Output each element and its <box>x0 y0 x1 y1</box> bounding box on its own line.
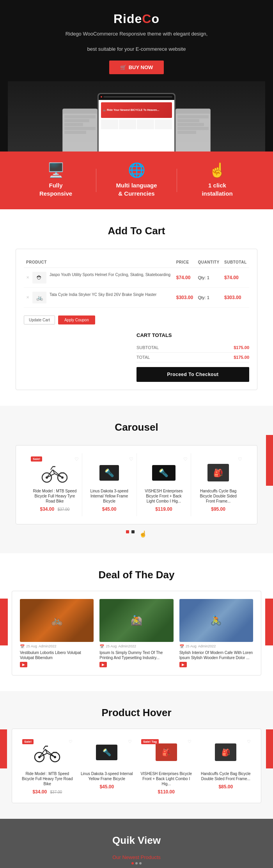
add-to-cart-title: Add To Cart <box>12 225 261 237</box>
deal-date-0: 25 Aug <box>26 644 37 648</box>
ph-red-left <box>0 729 7 768</box>
carousel-price-2: $119.00 <box>142 505 186 512</box>
feature-one-click: ☝️ 1 clickinstallation <box>177 163 257 198</box>
wishlist-icon-3[interactable]: ♡ <box>238 456 242 462</box>
cart-box: PRODUCT PRICE QUANTITY SUBTOTAL ✕ ⛑ Jasp… <box>16 249 257 390</box>
qv-dot-1[interactable] <box>131 862 134 864</box>
bike-svg-0 <box>39 462 70 483</box>
product-card-2: Sale! Tag ♡ 🎒 VISHESH Enterprises Bicycl… <box>139 737 194 795</box>
update-cart-button[interactable]: Update Cart <box>24 315 55 324</box>
light-img-2: 🔦 <box>152 465 176 481</box>
carousel-finger-icon[interactable]: ☝️ <box>139 530 147 538</box>
deal-name-2: Stylish Interior Of Modern Cafe With Lor… <box>179 650 253 660</box>
carousel-item-0: Sale! ♡ Ride Model : MTB <box>28 453 82 516</box>
product-wish-0[interactable]: ♡ <box>69 739 73 744</box>
carousel-item-1: ♡ 🔦 Linus Dakota 3-speed Internal Yellow… <box>82 453 137 516</box>
cart-table: PRODUCT PRICE QUANTITY SUBTOTAL ✕ ⛑ Jasp… <box>24 257 249 308</box>
deal-card-2: 🚴 📅 25 Aug Admin2022 Stylish Interior Of… <box>179 599 253 667</box>
qv-dot-3[interactable] <box>139 862 142 864</box>
deal-img-1: 🚵 <box>99 599 173 642</box>
carousel-item-name-1: Linus Dakota 3-speed Internal Yellow Fra… <box>87 488 132 504</box>
cart-icon: 🛒 <box>120 64 126 70</box>
language-icon: 🌐 <box>96 163 177 177</box>
remove-item-2[interactable]: ✕ <box>26 295 29 299</box>
product-price-0: $34.00 <box>32 789 47 795</box>
product-badge-0: Sale! <box>22 739 34 744</box>
product-subtotal-1: $74.00 <box>222 267 249 287</box>
product-img-3: 🎒 <box>199 737 254 768</box>
deal-card-0: 🚲 📅 25 Aug Admin2022 Vestibulum Lobortis… <box>20 599 94 667</box>
deal-author-0: Admin2022 <box>39 644 57 648</box>
product-name-0: Ride Model : MTB Speed Bicycle Full Heav… <box>20 771 75 786</box>
product-name-1: Jaspo Youth Utility Sports Helmet For Cy… <box>50 272 170 282</box>
red-accent-right <box>266 435 273 486</box>
add-to-cart-section: Add To Cart PRODUCT PRICE QUANTITY SUBTO… <box>0 209 273 406</box>
side-screen-left <box>62 109 98 151</box>
deal-date-2: 25 Aug <box>186 644 197 648</box>
product-card-1: ♡ 🔦 Linus Dakota 3-speed Internal Yellow… <box>80 737 135 795</box>
ph-red-right <box>266 729 273 768</box>
deal-meta-0: 📅 25 Aug Admin2022 <box>20 644 94 649</box>
newest-label: Our Newest Products <box>0 854 273 860</box>
feature-fully-responsive: 🖥️ FullyResponsive <box>16 163 96 198</box>
product-name-3: Handcuffs Cycle Bag Bicycle Double Sided… <box>199 771 254 781</box>
product-old-price-0: $37.00 <box>50 790 62 794</box>
sale-badge-0: Sale! <box>31 456 42 462</box>
light-img-1: 🔦 <box>99 465 119 481</box>
carousel-item-3: ♡ 🎒 Handcuffs Cycle Bag Bicycle Double S… <box>191 453 245 516</box>
hero-mockup: 🚲 Ride Your Newest BICYCLE To Heaven... <box>8 81 265 151</box>
deal-read-more-1: ▶ Read More <box>99 662 173 667</box>
carousel-dot-2[interactable] <box>131 530 135 533</box>
total-row: TOTAL $175.00 <box>136 353 249 362</box>
bag-img-ph-2: 🎒 <box>156 743 177 761</box>
subtotal-value: $175.00 <box>234 345 249 350</box>
product-name-2: VISHESH Enterprises Bicycle Front + Back… <box>139 771 194 786</box>
quickview-title: Quik View <box>0 834 273 847</box>
carousel-item-name-3: Handcuffs Cycle Bag Bicycle Double Sided… <box>196 488 241 504</box>
product-wish-1[interactable]: ♡ <box>128 739 132 744</box>
features-section: 🖥️ FullyResponsive 🌐 Multi language& Cur… <box>0 151 273 209</box>
carousel-dot-1[interactable] <box>126 530 129 533</box>
carousel-price-0: $34.00 $37.00 <box>32 505 77 512</box>
apply-coupon-button[interactable]: Apply Coupon <box>58 315 95 324</box>
product-price-2: $303.00 <box>174 287 196 307</box>
product-card-3: ♡ 🎒 Handcuffs Cycle Bag Bicycle Double S… <box>199 737 254 795</box>
calendar-icon-0: 📅 <box>20 644 25 649</box>
carousel-price-val-0: $34.00 <box>40 506 55 512</box>
svg-line-9 <box>51 467 53 470</box>
read-more-btn-1[interactable]: ▶ <box>99 662 107 667</box>
cart-totals-title: CART TOTALS <box>136 332 249 338</box>
subtotal-label: SUBTOTAL <box>136 345 159 350</box>
read-more-label-0: Read More <box>29 662 48 667</box>
product-price-3: $85.00 <box>218 784 233 790</box>
wishlist-icon-2[interactable]: ♡ <box>183 456 188 462</box>
remove-item-1[interactable]: ✕ <box>26 275 29 280</box>
carousel-price-val-1: $45.00 <box>102 506 117 512</box>
svg-line-21 <box>43 746 45 749</box>
product-grid: Sale! ♡ Ride Model : MTB <box>12 729 261 803</box>
red-accent-right <box>265 599 273 645</box>
buy-now-button[interactable]: 🛒 BUY NOW <box>109 61 164 74</box>
deal-read-more-2: ▶ Read More <box>179 662 253 667</box>
col-price: PRICE <box>174 257 196 268</box>
click-icon: ☝️ <box>177 163 257 177</box>
product-wish-2[interactable]: ♡ <box>188 739 191 744</box>
product-subtotal-2: $303.00 <box>222 287 249 307</box>
deal-img-2: 🚴 <box>179 599 253 642</box>
wishlist-icon-1[interactable]: ♡ <box>129 456 133 462</box>
carousel-price-3: $95.00 <box>196 505 241 512</box>
qv-dot-2[interactable] <box>135 862 138 864</box>
product-hover-section: Product Hover Sale! ♡ <box>0 691 273 819</box>
proceed-to-checkout-button[interactable]: Proceed To Checkout <box>136 367 249 382</box>
product-price-row-2: $110.00 <box>139 788 194 795</box>
table-row: ✕ ⛑ Jaspo Youth Utility Sports Helmet Fo… <box>24 267 249 287</box>
carousel-item-2: ♡ 🔦 VISHESH Enterprises Bicycle Front + … <box>137 453 191 516</box>
product-wish-3[interactable]: ♡ <box>247 739 251 744</box>
product-bike-svg-0 <box>32 741 63 764</box>
read-more-btn-2[interactable]: ▶ <box>179 662 187 667</box>
read-more-btn-0[interactable]: ▶ <box>20 662 27 667</box>
wishlist-icon-0[interactable]: ♡ <box>74 456 79 462</box>
carousel-price-1: $45.00 <box>87 505 132 512</box>
cart-totals: CART TOTALS SUBTOTAL $175.00 TOTAL $175.… <box>136 332 249 382</box>
deal-card-1: 🚵 📅 25 Aug Admin2022 Ipsum Is Simply Dum… <box>99 599 173 667</box>
